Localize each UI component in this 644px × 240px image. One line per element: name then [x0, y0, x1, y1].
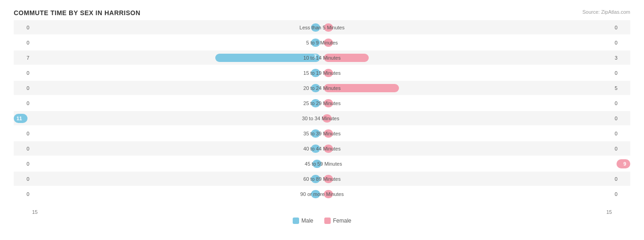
male-bar	[311, 190, 320, 198]
female-value: 0	[612, 100, 630, 106]
male-bar	[311, 129, 320, 138]
female-bar-wrap	[322, 39, 333, 47]
table-row: 7710 to 14 Minutes3	[14, 50, 630, 65]
female-value: 0	[612, 40, 630, 45]
male-bar-wrap	[311, 84, 322, 92]
bars-center: 45 to 59 Minutes	[32, 156, 615, 171]
chart-title: COMMUTE TIME BY SEX IN HARRISON	[14, 9, 630, 17]
bars-center: 5 to 9 Minutes	[32, 35, 612, 50]
female-bar	[324, 129, 333, 138]
legend-male: Male	[293, 218, 313, 224]
legend: Male Female	[14, 218, 630, 224]
female-bar	[324, 190, 333, 198]
female-bar	[324, 99, 333, 107]
legend-female-label: Female	[333, 218, 351, 224]
table-row: 020 to 24 Minutes5	[14, 81, 630, 95]
male-bar-wrap	[311, 39, 322, 47]
bars-center: Less than 5 Minutes	[32, 20, 612, 34]
bars-center: 1130 to 34 Minutes	[29, 111, 612, 125]
male-bar: 7	[215, 54, 320, 62]
legend-male-label: Male	[301, 218, 313, 224]
male-bar-wrap	[311, 23, 322, 32]
table-row: 05 to 9 Minutes0	[14, 35, 630, 50]
female-bar-wrap	[322, 84, 399, 92]
female-bar	[324, 84, 399, 92]
male-value: 7	[14, 55, 32, 61]
female-value: 5	[612, 85, 630, 91]
source-label: Source: ZipAtlas.com	[582, 9, 630, 15]
table-row: 035 to 39 Minutes0	[14, 126, 630, 140]
female-value: 0	[612, 25, 630, 30]
female-value: 0	[612, 131, 630, 136]
male-bar	[311, 99, 320, 107]
table-row: 060 to 89 Minutes0	[14, 172, 630, 186]
male-value: 0	[14, 25, 32, 30]
female-bar	[324, 145, 333, 153]
female-bar-wrap	[323, 160, 325, 168]
male-value: 0	[14, 85, 32, 91]
legend-male-box	[293, 218, 299, 224]
female-bar	[324, 175, 333, 183]
female-bar	[324, 23, 333, 32]
male-bar-wrap	[312, 160, 323, 168]
bars-center: 90 or more Minutes	[32, 187, 612, 201]
bars-center: 40 to 44 Minutes	[32, 141, 612, 156]
female-bar-wrap	[322, 54, 369, 62]
male-bar	[312, 160, 322, 168]
male-bar	[311, 23, 320, 32]
female-bar-wrap	[322, 175, 333, 183]
axis-labels: 15 15	[14, 209, 630, 215]
male-bar-wrap	[311, 190, 322, 198]
bars-center: 35 to 39 Minutes	[32, 126, 612, 140]
female-bar-wrap	[322, 145, 333, 153]
table-row: 0Less than 5 Minutes0	[14, 20, 630, 34]
male-bar	[311, 69, 320, 77]
chart-container: COMMUTE TIME BY SEX IN HARRISON Source: …	[0, 0, 644, 240]
chart-area: 0Less than 5 Minutes005 to 9 Minutes0771…	[14, 20, 630, 208]
male-value: 0	[14, 176, 32, 182]
female-bar-wrap	[322, 23, 333, 32]
female-value: 9	[617, 159, 630, 168]
legend-female: Female	[324, 218, 351, 224]
axis-left: 15	[32, 209, 38, 215]
male-bar-wrap	[311, 175, 322, 183]
female-value: 0	[612, 146, 630, 151]
female-bar	[324, 39, 333, 47]
table-row: 025 to 29 Minutes0	[14, 96, 630, 110]
male-value: 0	[14, 131, 32, 136]
female-bar-wrap	[322, 190, 333, 198]
female-value: 0	[612, 191, 630, 197]
male-bar	[311, 145, 320, 153]
female-bar-wrap	[321, 114, 332, 123]
male-bar	[311, 84, 320, 92]
male-value: 0	[14, 146, 32, 151]
male-bar-wrap	[311, 145, 322, 153]
male-value: 0	[14, 70, 32, 76]
female-value: 0	[612, 116, 630, 121]
table-row: 015 to 19 Minutes0	[14, 66, 630, 80]
table-row: 040 to 44 Minutes0	[14, 141, 630, 156]
female-bar-wrap	[322, 99, 333, 107]
male-bar-wrap	[311, 69, 322, 77]
legend-female-box	[324, 218, 331, 224]
male-bar	[311, 39, 320, 47]
male-bar-wrap	[311, 99, 322, 107]
male-value: 0	[14, 100, 32, 106]
male-value: 0	[14, 191, 32, 197]
female-bar	[322, 114, 332, 123]
male-bar-wrap: 7	[215, 54, 322, 62]
female-value: 0	[612, 70, 630, 76]
female-value: 0	[612, 176, 630, 182]
female-bar-wrap	[322, 69, 333, 77]
female-value: 3	[612, 55, 630, 61]
female-bar-wrap	[322, 129, 333, 138]
axis-right: 15	[606, 209, 612, 215]
female-bar	[324, 54, 369, 62]
male-value: 0	[14, 40, 32, 45]
female-bar	[324, 69, 333, 77]
bars-center: 20 to 24 Minutes	[32, 81, 612, 95]
male-bar-wrap	[311, 129, 322, 138]
male-value: 11	[14, 114, 27, 123]
table-row: 090 or more Minutes0	[14, 187, 630, 201]
male-bar	[311, 175, 320, 183]
